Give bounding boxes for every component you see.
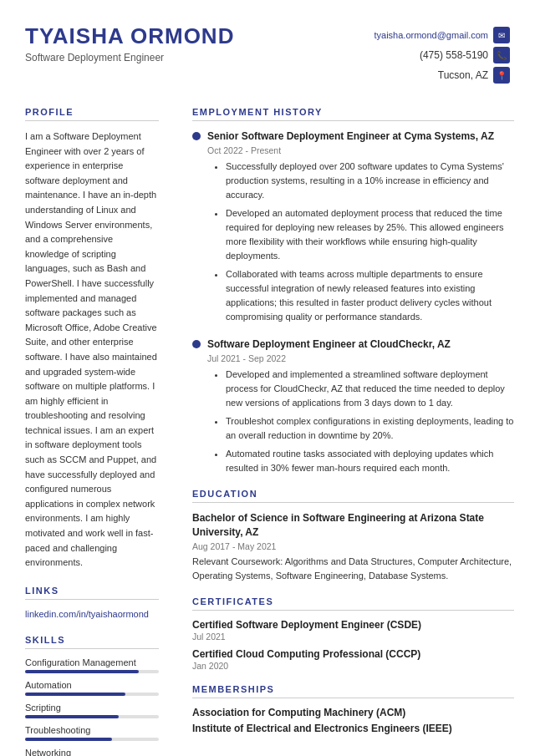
memberships-section-title: MEMBERSHIPS	[192, 684, 514, 698]
job-title: Software Deployment Engineer at CloudChe…	[207, 337, 451, 352]
skill-item: Configuration Management	[25, 657, 159, 673]
skill-name: Configuration Management	[25, 657, 159, 667]
job-bullet: Developed and implemented a streamlined …	[226, 368, 514, 410]
certificates-section-title: CERTIFICATES	[192, 596, 514, 611]
job-bullets: Successfully deployed over 200 software …	[216, 160, 514, 325]
phone-icon: 📞	[493, 47, 510, 63]
cert-item: Certified Software Deployment Engineer (…	[192, 619, 514, 642]
cert-date: Jan 2020	[192, 661, 514, 671]
education-title: Bachelor of Science in Software Engineer…	[192, 511, 514, 540]
location-text: Tucson, AZ	[438, 69, 488, 81]
cert-name: Certified Software Deployment Engineer (…	[192, 619, 514, 631]
cert-name: Certified Cloud Computing Professional (…	[192, 648, 514, 660]
candidate-name: TYAISHA ORMOND	[25, 23, 234, 49]
email-row: tyaisha.ormond@gmail.com ✉	[374, 27, 511, 43]
phone-number: (475) 558-5190	[420, 49, 488, 61]
job-bullet: Automated routine tasks associated with …	[226, 447, 514, 475]
email-link[interactable]: tyaisha.ormond@gmail.com	[374, 30, 489, 40]
employment-section-title: EMPLOYMENT HISTORY	[192, 107, 514, 121]
header-right: tyaisha.ormond@gmail.com ✉ (475) 558-519…	[374, 27, 511, 84]
skill-item: Automation	[25, 680, 159, 696]
job-header: Software Deployment Engineer at CloudChe…	[192, 337, 514, 352]
skill-bar-bg	[25, 738, 159, 741]
jobs-list: Senior Software Deployment Engineer at C…	[192, 129, 514, 475]
skill-name: Troubleshooting	[25, 725, 159, 735]
job-bullet: Developed an automated deployment proces…	[226, 206, 514, 263]
skill-bar-bg	[25, 693, 159, 696]
job-dot	[192, 132, 201, 140]
skills-list: Configuration Management Automation Scri…	[25, 657, 159, 756]
job-bullets: Developed and implemented a streamlined …	[216, 368, 514, 475]
phone-row: (475) 558-5190 📞	[420, 47, 510, 63]
links-list: linkedin.com/in/tyaishaormond	[25, 608, 159, 620]
profile-section-title: PROFILE	[25, 107, 159, 121]
header: TYAISHA ORMOND Software Deployment Engin…	[0, 0, 535, 99]
job-item: Software Deployment Engineer at CloudChe…	[192, 337, 514, 475]
job-bullet: Successfully deployed over 200 software …	[226, 160, 514, 202]
job-bullet: Collaborated with teams across multiple …	[226, 267, 514, 324]
location-icon: 📍	[493, 67, 510, 84]
right-column: EMPLOYMENT HISTORY Senior Software Deplo…	[176, 99, 535, 756]
skill-item: Scripting	[25, 703, 159, 718]
profile-text: I am a Software Deployment Engineer with…	[25, 129, 159, 571]
job-date: Jul 2021 - Sep 2022	[207, 353, 514, 363]
skill-name: Scripting	[25, 703, 159, 713]
education-text: Relevant Coursework: Algorithms and Data…	[192, 555, 514, 583]
skill-bar-bg	[25, 715, 159, 718]
membership-item: Association for Computing Machinery (ACM…	[192, 707, 514, 718]
education-date: Aug 2017 - May 2021	[192, 541, 514, 551]
linkedin-link[interactable]: linkedin.com/in/tyaishaormond	[25, 609, 149, 619]
email-icon: ✉	[493, 27, 510, 43]
skill-bar-fill	[25, 738, 112, 741]
skill-name: Networking	[25, 748, 159, 756]
skill-item: Networking	[25, 748, 159, 756]
memberships-list: Association for Computing Machinery (ACM…	[192, 707, 514, 734]
skill-name: Automation	[25, 680, 159, 690]
membership-item: Institute of Electrical and Electronics …	[192, 723, 514, 734]
job-header: Senior Software Deployment Engineer at C…	[192, 129, 514, 144]
candidate-title: Software Deployment Engineer	[25, 52, 234, 63]
skill-bar-fill	[25, 715, 119, 718]
skills-section-title: SKILLS	[25, 635, 159, 649]
education-section-title: EDUCATION	[192, 489, 514, 503]
cert-date: Jul 2021	[192, 632, 514, 642]
job-bullet: Troubleshot complex configurations in ex…	[226, 414, 514, 443]
job-dot	[192, 340, 201, 348]
cert-item: Certified Cloud Computing Professional (…	[192, 648, 514, 671]
job-item: Senior Software Deployment Engineer at C…	[192, 129, 514, 324]
certificates-list: Certified Software Deployment Engineer (…	[192, 619, 514, 671]
skill-bar-fill	[25, 693, 125, 696]
job-date: Oct 2022 - Present	[207, 145, 514, 155]
links-section-title: LINKS	[25, 586, 159, 600]
skill-bar-fill	[25, 670, 139, 673]
skill-bar-bg	[25, 670, 159, 673]
job-title: Senior Software Deployment Engineer at C…	[207, 129, 494, 144]
location-row: Tucson, AZ 📍	[438, 67, 510, 84]
main-content: PROFILE I am a Software Deployment Engin…	[0, 99, 535, 756]
left-column: PROFILE I am a Software Deployment Engin…	[0, 99, 176, 756]
header-left: TYAISHA ORMOND Software Deployment Engin…	[25, 23, 234, 63]
skill-item: Troubleshooting	[25, 725, 159, 741]
